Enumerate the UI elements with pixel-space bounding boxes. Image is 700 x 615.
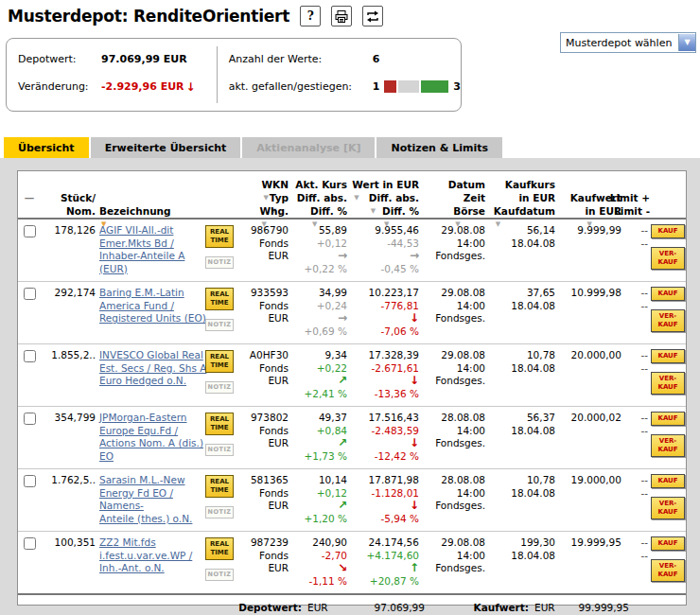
depot-select-button[interactable]: ▼ xyxy=(678,34,695,51)
fund-link[interactable]: Sarasin M.L.-New Energy Fd EO / Namens- … xyxy=(99,474,192,525)
header-wkn[interactable]: WKN▼ Typ▼ Whg.▼ xyxy=(239,178,292,218)
tab-notizen-limits[interactable]: Notizen & Limits xyxy=(376,137,502,158)
print-button[interactable] xyxy=(331,6,352,26)
row-checkbox[interactable] xyxy=(24,537,36,550)
cell-limit: ---- xyxy=(625,224,650,275)
realtime-badge[interactable]: REALTIME xyxy=(205,475,234,498)
realtime-badge[interactable]: REALTIME xyxy=(205,288,234,310)
notiz-badge[interactable]: NOTIZ xyxy=(205,381,234,394)
verkauf-button[interactable]: VER-KAUF xyxy=(651,497,685,519)
table-row: 1.762,5.. Sarasin M.L.-New Energy Fd EO … xyxy=(18,469,686,532)
header-wert[interactable]: Wert in EUR▼ Diff. abs.▼ Diff. %▼ xyxy=(351,178,423,218)
cell-wert: 9.955,46 -44,53 → -0,45 % xyxy=(351,224,423,275)
cell-limit: ---- xyxy=(625,287,650,338)
kauf-button[interactable]: KAUF xyxy=(651,349,685,363)
cell-wert: 10.223,17 -776,81 ↓ -7,06 % xyxy=(351,287,423,338)
totals-currency: EUR xyxy=(534,601,555,615)
kauf-button[interactable]: KAUF xyxy=(651,224,685,238)
cell-kaufkurs: 56,3718.04.08 xyxy=(489,412,559,463)
verkauf-button[interactable]: VER-KAUF xyxy=(651,559,685,582)
realtime-badge[interactable]: REALTIME xyxy=(205,413,234,435)
row-checkbox[interactable] xyxy=(24,475,36,487)
cell-actions: KAUF VER-KAUF xyxy=(650,412,686,463)
cell-bezeichnung: AGIF VII-All.-dit Emer.Mkts Bd / Inhaber… xyxy=(99,224,205,275)
header-datum[interactable]: Datum Zeit Börse▼ xyxy=(423,178,489,218)
refresh-button[interactable] xyxy=(362,6,383,26)
totals-kaufwert-label: Kaufwert: xyxy=(448,601,529,615)
table-row: 178,126 AGIF VII-All.-dit Emer.Mkts Bd /… xyxy=(18,220,686,282)
cell-badges: REALTIME NOTIZ xyxy=(205,349,239,400)
row-checkbox[interactable] xyxy=(24,288,36,300)
notiz-badge[interactable]: NOTIZ xyxy=(205,506,234,518)
bar-segment-grey xyxy=(398,80,419,93)
row-checkbox[interactable] xyxy=(24,350,36,362)
cell-check xyxy=(18,536,41,588)
gestiegen-count: 3 xyxy=(453,80,461,93)
header-limit: Limit + Limit - xyxy=(625,178,650,218)
help-button[interactable]: ? xyxy=(300,6,321,26)
notiz-badge[interactable]: NOTIZ xyxy=(205,444,234,456)
kauf-button[interactable]: KAUF xyxy=(651,287,685,301)
cell-kaufkurs: 56,1418.04.08 xyxy=(489,224,559,275)
cell-wkn: A0HF30FondsEUR xyxy=(239,349,292,400)
cell-stueck: 292,174 xyxy=(41,287,99,338)
cell-kurs: 34,99 +0,24 → +0,69 % xyxy=(292,287,351,338)
cell-kaufkurs: 10,7818.04.08 xyxy=(489,474,559,525)
cell-check xyxy=(18,474,41,525)
gefallen-count: 1 xyxy=(373,80,380,93)
cell-limit: ---- xyxy=(625,474,650,525)
fund-link[interactable]: AGIF VII-All.-dit Emer.Mkts Bd / Inhaber… xyxy=(99,224,184,275)
table-body: 178,126 AGIF VII-All.-dit Emer.Mkts Bd /… xyxy=(18,220,686,593)
depot-select[interactable]: Musterdepot wählen ▼ xyxy=(560,32,696,53)
cell-bezeichnung: INVESCO Global Real Est. Secs / Reg. Shs… xyxy=(99,349,205,400)
trend-arrow-icon: ↗ xyxy=(338,436,347,449)
veraenderung-value: -2.929,96 EUR xyxy=(101,80,184,93)
tab-uebersicht[interactable]: Übersicht xyxy=(4,137,89,158)
verkauf-button[interactable]: VER-KAUF xyxy=(651,247,685,270)
notiz-badge[interactable]: NOTIZ xyxy=(205,569,234,581)
notiz-badge[interactable]: NOTIZ xyxy=(205,256,234,269)
cell-wkn: 973802FondsEUR xyxy=(239,412,292,463)
tab-erweiterte-uebersicht[interactable]: Erweiterte Übersicht xyxy=(91,137,241,158)
verkauf-button[interactable]: VER-KAUF xyxy=(651,434,685,457)
verkauf-button[interactable]: VER-KAUF xyxy=(651,309,685,332)
cell-kurs: 49,37 +0,84 ↗ +1,73 % xyxy=(292,412,351,463)
kauf-button[interactable]: KAUF xyxy=(651,412,685,426)
cell-limit: ---- xyxy=(625,536,650,588)
cell-bezeichnung: JPMorgan-Eastern Europe Equ.Fd / Actions… xyxy=(99,412,205,463)
realtime-badge[interactable]: REALTIME xyxy=(205,350,234,373)
cell-kurs: 9,34 +0,22 ↗ +2,41 % xyxy=(292,349,351,400)
cell-wkn: 581365FondsEUR xyxy=(239,474,292,525)
gefallen-gestiegen-bar xyxy=(384,80,448,93)
cell-stueck: 1.855,2.. xyxy=(41,349,99,400)
fund-link[interactable]: INVESCO Global Real Est. Secs / Reg. Shs… xyxy=(99,349,206,388)
page-title: Musterdepot: RenditeOrientiert xyxy=(8,7,289,26)
realtime-badge[interactable]: REALTIME xyxy=(205,537,234,560)
cell-actions: KAUF VER-KAUF xyxy=(650,474,686,525)
gefallen-gestiegen-label: akt. gefallen/gestiegen: xyxy=(229,80,373,93)
chevron-down-icon: ▼ xyxy=(684,39,690,46)
header-kaufkurs[interactable]: Kaufkurs in EUR Kaufdatum▼ xyxy=(489,178,559,218)
help-icon: ? xyxy=(307,9,314,23)
cell-actions: KAUF VER-KAUF xyxy=(650,349,686,400)
fund-link[interactable]: Baring E.M.-Latin America Fund / Registe… xyxy=(99,287,206,325)
trend-arrow-icon: → xyxy=(410,249,419,262)
row-checkbox[interactable] xyxy=(24,413,36,425)
header-check: — xyxy=(25,191,35,204)
realtime-badge[interactable]: REALTIME xyxy=(205,225,234,248)
cell-limit: ---- xyxy=(625,412,650,463)
header-kurs[interactable]: Akt. Kurs Diff. abs. Diff. %▼ xyxy=(292,178,351,218)
header-bezeichnung[interactable]: Bezeichnung▼ xyxy=(99,178,205,218)
notiz-badge[interactable]: NOTIZ xyxy=(205,319,234,331)
totals-depotwert-label: Depotwert: xyxy=(18,601,302,615)
cell-check xyxy=(18,287,41,338)
kauf-button[interactable]: KAUF xyxy=(651,536,685,551)
table-row: 354,799 JPMorgan-Eastern Europe Equ.Fd /… xyxy=(18,407,686,469)
kauf-button[interactable]: KAUF xyxy=(651,474,685,488)
verkauf-button[interactable]: VER-KAUF xyxy=(651,372,685,395)
fund-link[interactable]: ZZ2 Mit.fds i.fest.u.var.ve.WP / Inh.-An… xyxy=(99,536,192,575)
row-checkbox[interactable] xyxy=(24,225,36,237)
cell-datum: 29.08.0814:00Fondsges. xyxy=(423,536,489,588)
table-totals: Depotwert: Veränderung: EUR EUR 97.069,9… xyxy=(18,593,686,615)
fund-link[interactable]: JPMorgan-Eastern Europe Equ.Fd / Actions… xyxy=(99,412,203,463)
